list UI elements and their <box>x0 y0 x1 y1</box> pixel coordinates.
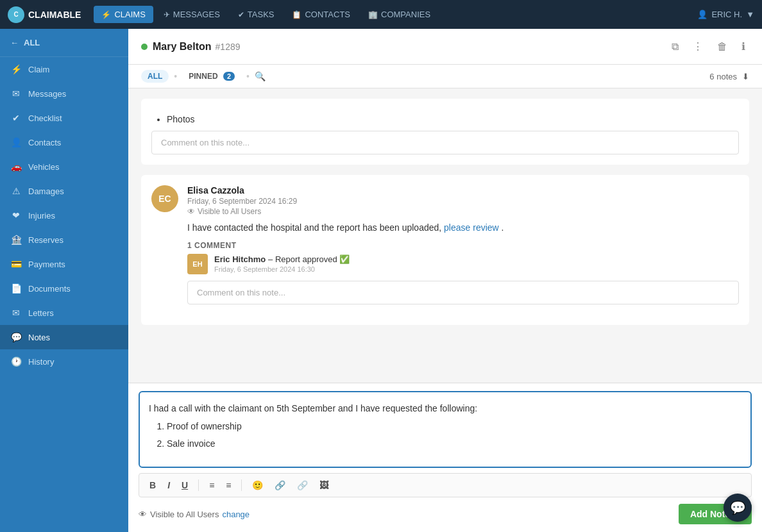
content-area: Mary Belton #1289 ⧉ ⋮ 🗑 ℹ ALL • PINNED 2… <box>128 29 762 532</box>
chat-icon: 💬 <box>730 500 746 515</box>
tasks-icon: ✔ <box>238 10 244 19</box>
nav-contacts-label: CONTACTS <box>305 10 350 19</box>
nav-messages[interactable]: ✈ MESSAGES <box>156 6 228 23</box>
sidebar-item-letters[interactable]: ✉ Letters <box>0 301 128 325</box>
separator1: • <box>174 71 177 81</box>
logo[interactable]: C CLAIMABLE <box>8 6 81 23</box>
note-1-comment-box[interactable]: Comment on this note... <box>151 131 739 154</box>
letters-icon: ✉ <box>10 308 22 318</box>
delete-button[interactable]: 🗑 <box>713 38 731 55</box>
info-button[interactable]: ℹ <box>738 38 749 55</box>
sidebar-item-claim[interactable]: ⚡ Claim <box>0 57 128 81</box>
sidebar-item-checklist[interactable]: ✔ Checklist <box>0 106 128 130</box>
nav-companies[interactable]: 🏢 COMPANIES <box>360 6 438 23</box>
image-button[interactable]: 🖼 <box>316 478 332 493</box>
sidebar-item-vehicles[interactable]: 🚗 Vehicles <box>0 154 128 179</box>
sidebar-item-messages[interactable]: ✉ Messages <box>0 81 128 106</box>
claim-number: #1289 <box>216 42 241 52</box>
notes-icon: 💬 <box>10 332 22 342</box>
comment-placeholder-2: Comment on this note... <box>197 288 285 297</box>
eye-icon: 👁 <box>187 207 195 216</box>
note-2-author: Elisa Cazzola <box>187 185 739 195</box>
underline-button[interactable]: U <box>178 478 192 493</box>
claims-icon: ⚡ <box>101 10 111 19</box>
copy-button[interactable]: ⧉ <box>668 38 682 55</box>
nav-tasks[interactable]: ✔ TASKS <box>230 6 282 23</box>
nav-contacts[interactable]: 📋 CONTACTS <box>284 6 358 23</box>
sidebar-item-payments[interactable]: 💳 Payments <box>0 252 128 276</box>
companies-icon: 🏢 <box>368 10 378 19</box>
pinned-label: PINNED <box>189 72 217 81</box>
sidebar-item-injuries[interactable]: ❤ Injuries <box>0 203 128 228</box>
compose-editor[interactable]: I had a call with the claimant on 5th Se… <box>139 391 752 468</box>
sidebar-item-label: Checklist <box>28 113 62 123</box>
payments-icon: 💳 <box>10 259 22 269</box>
tab-all[interactable]: ALL <box>141 70 169 83</box>
claim-header: Mary Belton #1289 ⧉ ⋮ 🗑 ℹ <box>128 29 762 65</box>
comment-1-time: Friday, 6 September 2024 16:30 <box>214 265 350 273</box>
ordered-list-button[interactable]: ≡ <box>205 478 218 493</box>
sidebar-item-label: Claim <box>28 65 49 74</box>
comment-placeholder: Comment on this note... <box>161 138 250 147</box>
claim-name: Mary Belton <box>153 41 212 53</box>
contacts-icon: 📋 <box>292 10 301 19</box>
comment-1-text: – Report approved ✅ <box>268 254 350 264</box>
nav-tasks-label: TASKS <box>248 10 275 19</box>
link-button[interactable]: 🔗 <box>271 478 289 493</box>
vehicles-icon: 🚗 <box>10 162 22 172</box>
note-2-comment-box[interactable]: Comment on this note... <box>187 281 739 304</box>
sidebar-item-label: Damages <box>28 187 64 196</box>
sidebar-item-damages[interactable]: ⚠ Damages <box>0 179 128 203</box>
toolbar-sep-1 <box>198 479 199 491</box>
unlink-button[interactable]: 🔗 <box>293 478 312 493</box>
visibility-label: 👁 Visible to All Users change <box>139 510 250 519</box>
claim-actions: ⧉ ⋮ 🗑 ℹ <box>668 38 749 55</box>
compose-area: I had a call with the claimant on 5th Se… <box>128 383 762 532</box>
tab-pinned[interactable]: PINNED 2 <box>182 70 241 83</box>
search-button[interactable]: 🔍 <box>255 71 266 81</box>
toolbar-sep-2 <box>241 479 242 491</box>
bullet-list-button[interactable]: ≡ <box>222 478 235 493</box>
note-2-text: I have contacted the hospital and the re… <box>187 221 739 235</box>
nav-claims[interactable]: ⚡ CLAIMS <box>94 6 153 23</box>
comment-1: EH Eric Hitchmo – Report approved ✅ Frid… <box>187 254 739 274</box>
nav-messages-label: MESSAGES <box>173 10 220 19</box>
status-dot <box>141 44 148 50</box>
more-button[interactable]: ⋮ <box>689 38 707 55</box>
sidebar-item-label: Injuries <box>28 211 55 220</box>
download-icon[interactable]: ⬇ <box>742 72 749 81</box>
bold-button[interactable]: B <box>146 478 160 493</box>
back-icon: ← <box>10 38 19 47</box>
user-name: ERIC H. <box>711 10 742 19</box>
sidebar-item-label: Messages <box>28 89 66 99</box>
history-icon: 🕐 <box>10 356 22 367</box>
change-visibility-link[interactable]: change <box>222 510 250 519</box>
separator2: • <box>246 71 250 81</box>
compose-toolbar: B I U ≡ ≡ 🙂 🔗 🔗 🖼 <box>139 473 752 497</box>
contacts-sidebar-icon: 👤 <box>10 137 22 147</box>
emoji-button[interactable]: 🙂 <box>248 478 267 493</box>
nav-items: ⚡ CLAIMS ✈ MESSAGES ✔ TASKS 📋 CONTACTS 🏢… <box>94 6 438 23</box>
logo-icon: C <box>8 6 24 23</box>
sidebar-item-label: Letters <box>28 308 54 318</box>
sidebar-item-reserves[interactable]: 🏦 Reserves <box>0 228 128 252</box>
sidebar-item-label: Reserves <box>28 235 64 245</box>
sidebar-item-documents[interactable]: 📄 Documents <box>0 276 128 301</box>
sidebar-item-notes[interactable]: 💬 Notes <box>0 325 128 349</box>
compose-text: I had a call with the claimant on 5th Se… <box>149 401 741 415</box>
sidebar-item-history[interactable]: 🕐 History <box>0 349 128 374</box>
italic-button[interactable]: I <box>164 478 174 493</box>
eye-icon-compose: 👁 <box>139 510 147 519</box>
sidebar-all[interactable]: ← ALL <box>0 29 128 57</box>
list-item: Photos <box>167 114 739 124</box>
note-2-link[interactable]: please review <box>444 222 499 233</box>
sidebar-item-label: History <box>28 357 54 367</box>
comment-1-content: Eric Hitchmo – Report approved ✅ Friday,… <box>214 254 350 273</box>
notes-feed: Photos Comment on this note... EC Elisa … <box>128 88 762 383</box>
chat-bubble[interactable]: 💬 <box>724 494 752 522</box>
user-menu[interactable]: 👤 ERIC H. ▼ <box>697 10 754 19</box>
note-1: Photos Comment on this note... <box>141 99 749 165</box>
reserves-icon: 🏦 <box>10 235 22 245</box>
nav-claims-label: CLAIMS <box>114 10 145 19</box>
sidebar-item-contacts[interactable]: 👤 Contacts <box>0 130 128 154</box>
